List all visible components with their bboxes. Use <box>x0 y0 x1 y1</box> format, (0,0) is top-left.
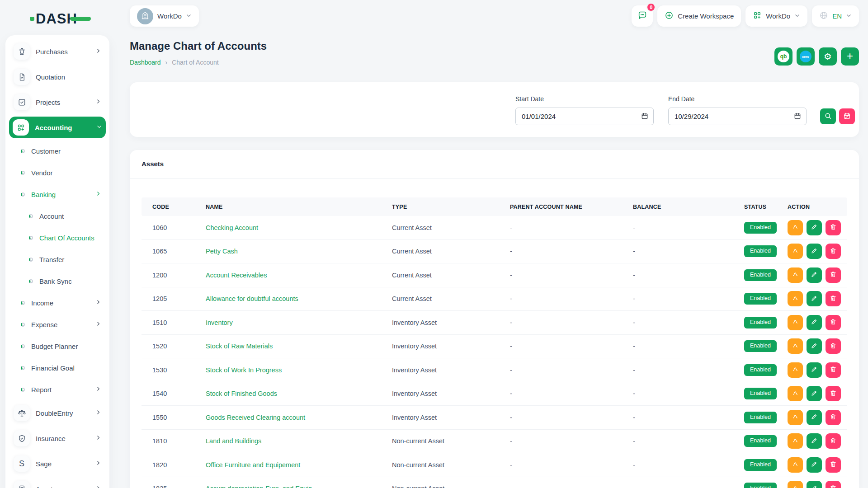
account-name-link[interactable]: Stock of Finished Goods <box>206 390 277 397</box>
status-badge: Enabled <box>744 388 777 399</box>
delete-button[interactable] <box>826 481 841 488</box>
workspace-switcher-label: WorkDo <box>766 12 790 20</box>
edit-button[interactable] <box>807 291 822 306</box>
account-name-link[interactable]: Account Receivables <box>206 272 267 279</box>
sidebar-item-projects[interactable]: Projects <box>10 89 105 115</box>
workspace-switcher-button[interactable]: WorkDo <box>745 5 807 27</box>
sidebar-item-transfer[interactable]: Transfer <box>10 249 105 270</box>
sidebar-item-bank-sync[interactable]: Bank Sync <box>10 270 105 292</box>
delete-button[interactable] <box>826 338 841 354</box>
cell-parent: - <box>510 366 633 374</box>
language-selector[interactable]: EN <box>812 5 859 27</box>
edit-button[interactable] <box>807 362 822 378</box>
account-name-link[interactable]: Inventory <box>206 319 233 326</box>
sidebar-item-financial-goal[interactable]: Financial Goal <box>10 357 105 379</box>
transactions-button[interactable] <box>788 220 803 235</box>
account-name-link[interactable]: Land and Buildings <box>206 437 261 445</box>
delete-button[interactable] <box>826 433 841 449</box>
account-name-link[interactable]: Stock of Raw Materials <box>206 343 273 350</box>
chevron-down-icon <box>96 123 102 131</box>
bullet-icon <box>21 149 25 153</box>
pencil-icon <box>811 295 818 303</box>
start-date-input[interactable] <box>515 108 654 125</box>
edit-button[interactable] <box>807 433 822 449</box>
edit-button[interactable] <box>807 220 822 235</box>
end-date-input[interactable] <box>668 108 807 125</box>
delete-button[interactable] <box>826 220 841 235</box>
pencil-icon <box>811 460 818 469</box>
col-header-type: TYPE <box>392 204 510 210</box>
delete-button[interactable] <box>826 291 841 306</box>
transactions-button[interactable] <box>788 315 803 330</box>
account-name-link[interactable]: Checking Account <box>206 224 258 231</box>
cell-balance: - <box>633 319 744 326</box>
sidebar-item-quotation[interactable]: Quotation <box>10 64 105 89</box>
edit-button[interactable] <box>807 267 822 283</box>
xero-button[interactable]: xero <box>797 47 815 66</box>
delete-button[interactable] <box>826 457 841 473</box>
delete-button[interactable] <box>826 410 841 425</box>
sidebar-item-purchases[interactable]: Purchases <box>10 39 105 64</box>
sidebar-item-banking[interactable]: Banking <box>10 183 105 205</box>
edit-button[interactable] <box>807 386 822 401</box>
cell-code: 1060 <box>152 224 206 231</box>
apply-filter-button[interactable] <box>820 108 836 124</box>
sidebar-item-customer[interactable]: Customer <box>10 140 105 162</box>
transactions-button[interactable] <box>788 291 803 306</box>
transactions-button[interactable] <box>788 457 803 473</box>
transactions-button[interactable] <box>788 410 803 425</box>
sidebar-item-report[interactable]: Report <box>10 379 105 400</box>
transactions-button[interactable] <box>788 386 803 401</box>
quickbooks-button[interactable]: qb <box>774 47 793 66</box>
account-name-link[interactable]: Accum.depreciation-Furn. and Equip <box>206 485 312 488</box>
sidebar-item-income[interactable]: Income <box>10 292 105 314</box>
edit-button[interactable] <box>807 244 822 259</box>
transactions-button[interactable] <box>788 481 803 488</box>
edit-button[interactable] <box>807 481 822 488</box>
sidebar-item-accounting[interactable]: Accounting <box>9 117 106 138</box>
cell-parent: - <box>510 343 633 350</box>
edit-button[interactable] <box>807 410 822 425</box>
transactions-button[interactable] <box>788 267 803 283</box>
account-name-link[interactable]: Goods Received Clearing account <box>206 414 305 421</box>
sidebar-item-vendor[interactable]: Vendor <box>10 162 105 183</box>
delete-button[interactable] <box>826 386 841 401</box>
delete-button[interactable] <box>826 267 841 283</box>
add-account-button[interactable]: + <box>841 47 859 66</box>
table-row: 1550 Goods Received Clearing account Inv… <box>142 406 847 430</box>
transactions-button[interactable] <box>788 433 803 449</box>
cell-code: 1510 <box>152 319 206 326</box>
workspace-selector[interactable]: WorkDo <box>130 5 199 27</box>
create-workspace-button[interactable]: Create Workspace <box>657 5 741 27</box>
account-name-link[interactable]: Allowance for doubtful accounts <box>206 295 298 302</box>
account-name-link[interactable]: Stock of Work In Progress <box>206 366 282 374</box>
messages-button[interactable]: 0 <box>632 5 653 27</box>
sidebar-item-sage[interactable]: S Sage <box>10 451 105 476</box>
activity-wave-icon <box>792 271 799 279</box>
sidebar-item-account[interactable]: Account <box>10 205 105 227</box>
settings-button[interactable]: ⚙ <box>819 47 837 66</box>
sidebar-item-chart-of-accounts[interactable]: Chart Of Accounts <box>10 227 105 249</box>
sidebar-item-doubleentry[interactable]: DoubleEntry <box>10 400 105 426</box>
sidebar-item-assets[interactable]: Assets <box>10 476 105 488</box>
app-logo[interactable]: DASH <box>30 12 91 26</box>
col-header-status: STATUS <box>744 204 788 210</box>
delete-button[interactable] <box>826 244 841 259</box>
breadcrumb-dashboard-link[interactable]: Dashboard <box>130 59 161 66</box>
trash-icon <box>830 342 837 351</box>
edit-button[interactable] <box>807 457 822 473</box>
transactions-button[interactable] <box>788 362 803 378</box>
edit-button[interactable] <box>807 338 822 354</box>
sidebar-item-insurance[interactable]: Insurance <box>10 426 105 451</box>
account-name-link[interactable]: Petty Cash <box>206 248 238 255</box>
pencil-icon <box>811 413 818 422</box>
delete-button[interactable] <box>826 315 841 330</box>
sidebar-item-budget-planner[interactable]: Budget Planner <box>10 335 105 357</box>
account-name-link[interactable]: Office Furniture and Equipement <box>206 461 300 469</box>
edit-button[interactable] <box>807 315 822 330</box>
delete-button[interactable] <box>826 362 841 378</box>
transactions-button[interactable] <box>788 244 803 259</box>
transactions-button[interactable] <box>788 338 803 354</box>
reset-filter-button[interactable] <box>839 108 855 124</box>
sidebar-item-expense[interactable]: Expense <box>10 314 105 335</box>
